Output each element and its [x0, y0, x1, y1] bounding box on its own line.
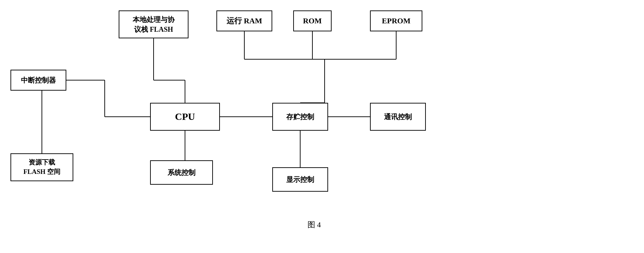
figure-caption: 图 4 [279, 220, 349, 230]
box-eprom-label: EPROM [382, 16, 410, 26]
box-ram: 运行 RAM [216, 10, 272, 31]
box-rom: ROM [293, 10, 332, 31]
box-cpu-label: CPU [175, 110, 195, 123]
box-ram-label: 运行 RAM [227, 16, 262, 26]
box-rom-label: ROM [303, 16, 322, 26]
box-resource-flash: 资源下载FLASH 空间 [10, 153, 73, 181]
box-memory-ctrl-label: 存贮控制 [286, 112, 314, 122]
box-comm-ctrl-label: 通讯控制 [384, 112, 412, 122]
box-interrupt-label: 中断控制器 [21, 75, 56, 85]
box-memory-ctrl: 存贮控制 [272, 103, 328, 131]
box-cpu: CPU [150, 103, 220, 131]
box-sys-ctrl: 系统控制 [150, 160, 213, 185]
box-display-ctrl-label: 显示控制 [286, 175, 314, 184]
diagram: 本地处理与协议栈 FLASH 运行 RAM ROM EPROM 中断控制器 CP… [0, 0, 644, 253]
box-resource-flash-label: 资源下载FLASH 空间 [23, 158, 60, 176]
box-eprom: EPROM [370, 10, 422, 31]
box-sys-ctrl-label: 系统控制 [168, 168, 195, 177]
box-comm-ctrl: 通讯控制 [370, 103, 426, 131]
box-display-ctrl: 显示控制 [272, 167, 328, 192]
box-interrupt: 中断控制器 [10, 70, 66, 91]
box-flash: 本地处理与协议栈 FLASH [119, 10, 188, 38]
